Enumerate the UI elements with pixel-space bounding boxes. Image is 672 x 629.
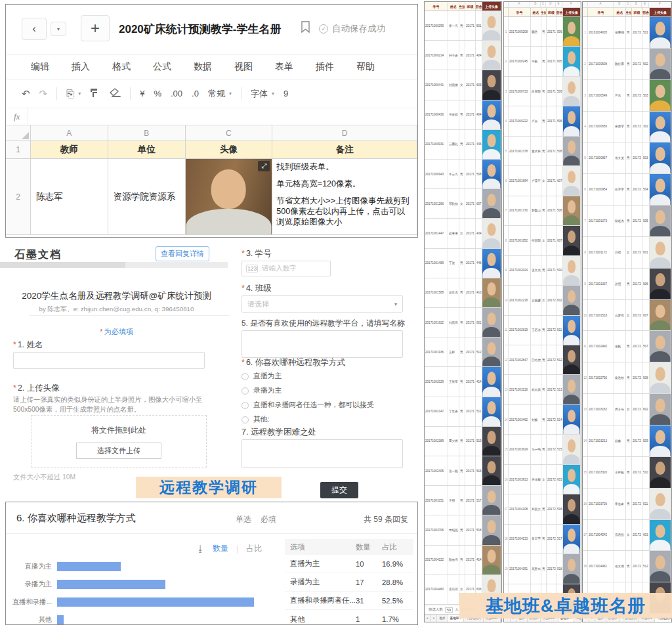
student-portrait-photo (563, 316, 580, 345)
format-painter-icon[interactable] (90, 88, 100, 100)
back-dropdown-button[interactable]: ▾ (51, 22, 66, 36)
menu-item-1[interactable]: 插入 (72, 61, 90, 73)
eraser-icon[interactable] (110, 88, 121, 99)
menu-item-4[interactable]: 数据 (194, 61, 212, 73)
currency-format-button[interactable]: ¥ (140, 89, 144, 98)
undo-icon[interactable]: ↶ (22, 88, 30, 100)
menu-item-8[interactable]: 帮助 (356, 61, 375, 73)
roster-photo-cell (482, 337, 501, 366)
bar-0[interactable] (57, 562, 121, 571)
roster-cell: 20171001622 (425, 308, 448, 337)
menu-item-0[interactable]: 编辑 (31, 61, 49, 73)
column-header-b[interactable]: B (108, 125, 186, 141)
number-format-caret-icon[interactable]: ▾ (229, 91, 232, 97)
roster-cell: 20171003218 (509, 375, 531, 404)
increase-decimal-button[interactable]: .00 (171, 89, 182, 98)
decrease-decimal-button[interactable]: .0 (192, 89, 199, 98)
toggle-count[interactable]: 数量 (213, 543, 228, 554)
roster-cell: 20161004005 (588, 17, 614, 48)
sheet-tab-0[interactable]: + (425, 615, 431, 622)
radio-icon[interactable] (242, 416, 249, 423)
submit-button[interactable]: 提交 (320, 482, 358, 498)
roster-cell: 20171000857 (588, 142, 614, 173)
stat-percent: 1.7% (382, 615, 411, 623)
number-format-select[interactable]: 常规 (208, 88, 225, 100)
q3-student-id-input[interactable]: 123 请输入数字 (242, 261, 331, 276)
redo-icon[interactable]: ↷ (39, 88, 48, 100)
cell-teacher-name[interactable]: 陈志军 (31, 159, 108, 235)
row-header-1[interactable]: 1 (6, 141, 31, 159)
radio-icon[interactable] (242, 387, 249, 395)
bookmark-icon[interactable] (301, 21, 310, 35)
menu-item-5[interactable]: 视图 (234, 61, 253, 73)
roster-row-8: 20171001489丁波男20171446 (425, 249, 501, 278)
cell-c1[interactable]: 头像 (186, 141, 273, 159)
form-title: 2020学生点名册及远程教学调研@矿床统计预测 (7, 290, 226, 302)
q6-teaching-mode-label: *6. 你喜欢哪种远程教学方式 (242, 357, 345, 368)
cell-b1[interactable]: 单位 (108, 141, 186, 159)
menu-item-7[interactable]: 插件 (316, 61, 334, 73)
radio-icon[interactable] (242, 402, 249, 409)
view-replies-button[interactable]: 查看回复详情 (156, 246, 209, 261)
radio-label: 其他: (253, 415, 270, 424)
roster-cell: 男 (459, 367, 465, 396)
new-document-button[interactable]: + (81, 15, 110, 41)
stats-table-header: 选项 数量 占比 (285, 539, 413, 555)
dropzone-text: 将文件拖到此处 (32, 425, 206, 436)
font-select[interactable]: 字体 (251, 88, 268, 100)
font-caret-icon[interactable]: ▾ (272, 91, 274, 97)
column-header-d[interactable]: D (272, 125, 417, 141)
toggle-percent[interactable]: 占比 (246, 543, 262, 554)
roster-cell: 506 (556, 77, 563, 106)
q6-option-0[interactable]: 直播为主 (242, 370, 406, 382)
roster-cell: 508 (642, 362, 650, 393)
file-dropzone[interactable]: 将文件拖到此处 选择文件上传 (31, 415, 207, 467)
bar-3[interactable] (57, 615, 64, 624)
progress-strip (0, 262, 228, 268)
sheet-tab-1[interactable]: ≡ (431, 615, 438, 622)
student-portrait-photo (482, 456, 501, 485)
q5-platform-input[interactable] (242, 330, 403, 358)
q7-difficulty-textarea[interactable] (242, 439, 403, 468)
paste-dropdown-icon[interactable]: ▾ (78, 91, 81, 97)
paste-icon[interactable]: ⎘ (66, 88, 74, 100)
column-header-c[interactable]: C (186, 125, 273, 141)
percent-format-button[interactable]: % (154, 89, 161, 98)
bar-row-3: 其他 (6, 611, 282, 628)
sheet-tab-2[interactable]: 教师 (437, 615, 448, 622)
cell-teacher-photo[interactable]: ⤢ (186, 159, 273, 235)
cell-remark[interactable]: 找到班级表单。 单元格高宽=120像素。 节省文档大小>>上传图像事先裁剪到50… (272, 159, 417, 235)
expand-image-icon[interactable]: ⤢ (258, 161, 270, 171)
q6-option-2[interactable]: 直播和录播两者任选一种，都可以接受 (242, 399, 406, 411)
select-all-corner[interactable] (6, 125, 31, 141)
roster-cell: 404 (476, 41, 482, 70)
roster-cell: 506 (642, 269, 650, 299)
column-header-a[interactable]: A (31, 125, 108, 141)
student-portrait-photo (482, 308, 501, 337)
radio-icon[interactable] (242, 373, 249, 380)
back-button[interactable]: ‹ (22, 18, 47, 40)
q6-option-1[interactable]: 录播为主 (242, 385, 406, 397)
roster-cell: 邓韵怡 (448, 189, 459, 218)
row-header-2[interactable]: 2 (6, 159, 31, 235)
q1-name-input[interactable] (13, 352, 205, 369)
roster-cell: 丁世豪 (448, 397, 459, 426)
menu-item-2[interactable]: 格式 (112, 61, 131, 73)
formula-bar[interactable]: fx (6, 108, 417, 125)
cell-teacher-unit[interactable]: 资源学院资源系 (108, 159, 186, 235)
bar-1[interactable] (57, 580, 165, 589)
q6-option-3[interactable]: 其他: (242, 414, 406, 425)
font-size-value[interactable]: 9 (284, 89, 288, 98)
roster-photo-cell (563, 554, 581, 583)
choose-file-button[interactable]: 选择文件上传 (76, 443, 161, 459)
roster-cell: 607 (476, 189, 482, 218)
row-number: 7 (583, 206, 588, 236)
download-icon[interactable]: ⭳ (196, 544, 205, 553)
cell-a1[interactable]: 教师 (31, 141, 108, 159)
menu-item-6[interactable]: 表单 (275, 61, 293, 73)
q4-class-select[interactable]: 请选择 ▾ (242, 295, 403, 313)
menu-item-3[interactable]: 公式 (153, 61, 171, 73)
roster-cell: 510 (556, 256, 563, 285)
bar-2[interactable] (57, 597, 254, 607)
cell-d1[interactable]: 备注 (272, 141, 417, 159)
